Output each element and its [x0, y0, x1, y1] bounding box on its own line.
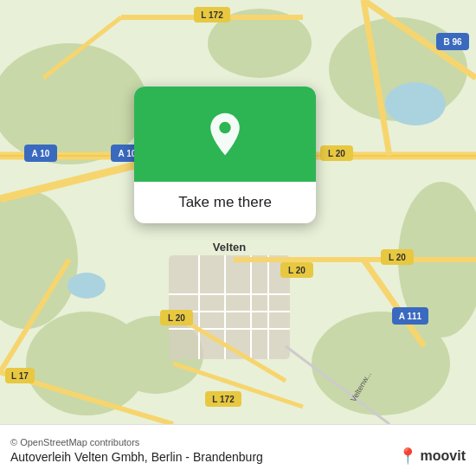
- svg-text:L 20: L 20: [389, 253, 406, 262]
- take-me-there-button[interactable]: Take me there: [134, 182, 316, 223]
- svg-text:L 20: L 20: [288, 266, 306, 275]
- svg-point-10: [68, 273, 106, 299]
- svg-point-6: [312, 312, 450, 415]
- svg-text:A 10: A 10: [32, 149, 50, 158]
- moovit-pin-icon: 📍: [398, 447, 417, 466]
- svg-point-57: [219, 122, 230, 133]
- moovit-logo-text: moovit: [421, 448, 466, 464]
- popup-green-area: [134, 87, 316, 182]
- svg-text:Velten: Velten: [213, 241, 246, 254]
- svg-text:L 172: L 172: [212, 395, 235, 404]
- svg-text:L 17: L 17: [11, 371, 29, 381]
- svg-text:L 20: L 20: [168, 313, 185, 323]
- svg-rect-11: [169, 255, 290, 359]
- bottom-bar: © OpenStreetMap contributors Autoverleih…: [0, 424, 476, 476]
- svg-text:A 111: A 111: [399, 312, 422, 321]
- svg-text:L 172: L 172: [201, 10, 223, 20]
- map-container: A 10 A 10 B 96 L 172 L 20 L 20 A 111 L 1…: [0, 0, 476, 424]
- svg-text:B 96: B 96: [443, 37, 462, 47]
- svg-point-9: [385, 82, 446, 125]
- location-pin-icon: [203, 112, 248, 157]
- popup-card: Take me there: [134, 87, 316, 223]
- svg-text:L 20: L 20: [328, 149, 345, 158]
- moovit-logo: 📍 moovit: [398, 447, 466, 466]
